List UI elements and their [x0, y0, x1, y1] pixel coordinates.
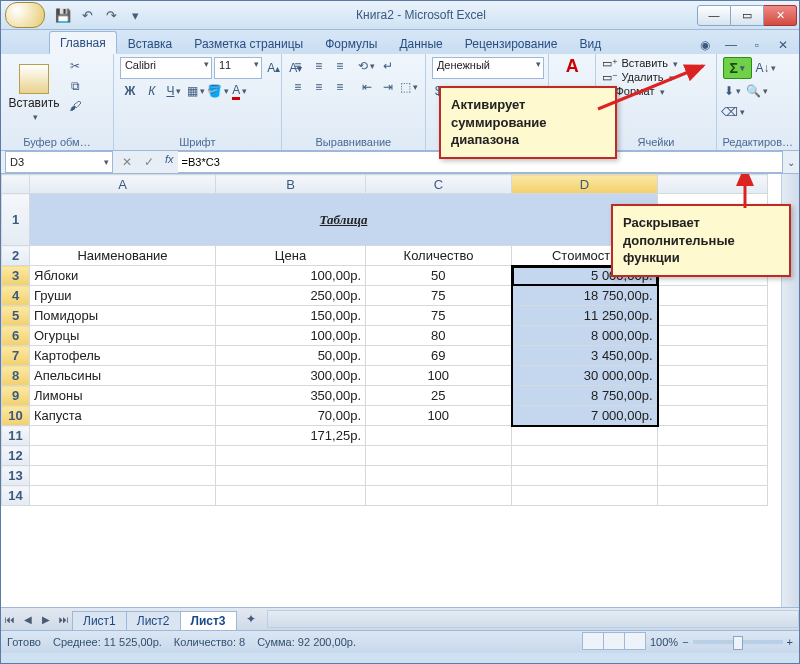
cell[interactable]: [658, 406, 768, 426]
cell[interactable]: Яблоки: [30, 266, 216, 286]
cell[interactable]: 7 000,00р.: [512, 406, 658, 426]
cell[interactable]: [658, 366, 768, 386]
qat-menu-icon[interactable]: ▾: [125, 6, 145, 24]
orientation-icon[interactable]: ⟲▾: [357, 57, 377, 75]
cancel-icon[interactable]: ✕: [117, 153, 137, 171]
zoom-in-icon[interactable]: +: [787, 636, 793, 648]
cell[interactable]: Наименование: [30, 246, 216, 266]
cell[interactable]: Огурцы: [30, 326, 216, 346]
find-icon[interactable]: 🔍▾: [747, 82, 767, 100]
row-header[interactable]: 4: [2, 286, 30, 306]
cell[interactable]: [366, 486, 512, 506]
cell[interactable]: [512, 446, 658, 466]
sheet-tab-3[interactable]: Лист3: [180, 611, 237, 630]
cell[interactable]: [30, 486, 216, 506]
cell[interactable]: Груши: [30, 286, 216, 306]
wrap-text-icon[interactable]: ↵: [378, 57, 398, 75]
font-name-combo[interactable]: Calibri: [120, 57, 212, 79]
min-ribbon-icon[interactable]: —: [721, 36, 741, 54]
indent-dec-icon[interactable]: ⇤: [357, 78, 377, 96]
copy-icon[interactable]: ⧉: [65, 77, 85, 95]
col-header-A[interactable]: A: [30, 175, 216, 194]
cell[interactable]: Капуста: [30, 406, 216, 426]
cell[interactable]: [658, 446, 768, 466]
fill-color-icon[interactable]: 🪣▾: [208, 82, 228, 100]
fill-icon[interactable]: ⬇▾: [723, 82, 743, 100]
tab-insert[interactable]: Вставка: [117, 32, 184, 54]
cell[interactable]: 18 750,00р.: [512, 286, 658, 306]
bold-icon[interactable]: Ж: [120, 82, 140, 100]
cell[interactable]: [30, 426, 216, 446]
cell[interactable]: 75: [366, 286, 512, 306]
cell[interactable]: 70,00р.: [216, 406, 366, 426]
number-format-combo[interactable]: Денежный: [432, 57, 544, 79]
table-title-cell[interactable]: Таблица: [30, 194, 658, 246]
tab-page-layout[interactable]: Разметка страницы: [183, 32, 314, 54]
border-icon[interactable]: ▦▾: [186, 82, 206, 100]
row-header[interactable]: 13: [2, 466, 30, 486]
cell[interactable]: 171,25р.: [216, 426, 366, 446]
align-left-icon[interactable]: ≡: [288, 78, 308, 96]
horizontal-scrollbar[interactable]: [267, 610, 799, 628]
tab-home[interactable]: Главная: [49, 31, 117, 54]
cell[interactable]: [658, 466, 768, 486]
cell[interactable]: 8 000,00р.: [512, 326, 658, 346]
tab-view[interactable]: Вид: [568, 32, 612, 54]
row-header[interactable]: 2: [2, 246, 30, 266]
cell[interactable]: 11 250,00р.: [512, 306, 658, 326]
tab-last-icon[interactable]: ⏭: [55, 614, 73, 625]
cell[interactable]: [216, 446, 366, 466]
cell[interactable]: 25: [366, 386, 512, 406]
cell[interactable]: [658, 346, 768, 366]
cell[interactable]: [216, 466, 366, 486]
sheet-tab-1[interactable]: Лист1: [72, 611, 127, 630]
italic-icon[interactable]: К: [142, 82, 162, 100]
font-size-combo[interactable]: 11: [214, 57, 262, 79]
cell[interactable]: [30, 466, 216, 486]
indent-inc-icon[interactable]: ⇥: [378, 78, 398, 96]
cell[interactable]: Цена: [216, 246, 366, 266]
row-header[interactable]: 9: [2, 386, 30, 406]
undo-icon[interactable]: ↶: [77, 6, 97, 24]
cell[interactable]: [658, 306, 768, 326]
cell[interactable]: 80: [366, 326, 512, 346]
tab-data[interactable]: Данные: [388, 32, 453, 54]
cell[interactable]: 69: [366, 346, 512, 366]
col-header-D[interactable]: D: [512, 175, 658, 194]
cell[interactable]: [30, 446, 216, 466]
zoom-level[interactable]: 100%: [650, 636, 678, 648]
format-painter-icon[interactable]: 🖌: [65, 97, 85, 115]
align-right-icon[interactable]: ≡: [330, 78, 350, 96]
paste-button[interactable]: Вставить ▾: [7, 57, 61, 129]
cell[interactable]: [658, 486, 768, 506]
cut-icon[interactable]: ✂: [65, 57, 85, 75]
tab-first-icon[interactable]: ⏮: [1, 614, 19, 625]
row-header[interactable]: 8: [2, 366, 30, 386]
autosum-dropdown-icon[interactable]: ▾: [740, 63, 745, 73]
close-doc-icon[interactable]: ✕: [773, 36, 793, 54]
row-header[interactable]: 10: [2, 406, 30, 426]
cell[interactable]: 75: [366, 306, 512, 326]
close-button[interactable]: ✕: [764, 5, 797, 26]
cell[interactable]: Лимоны: [30, 386, 216, 406]
cell[interactable]: 300,00р.: [216, 366, 366, 386]
autosum-button[interactable]: Σ▾: [723, 57, 752, 79]
cell[interactable]: [512, 466, 658, 486]
cells-delete-button[interactable]: ▭⁻ Удалить ▾: [602, 71, 673, 84]
cell[interactable]: [658, 426, 768, 446]
cell[interactable]: 50: [366, 266, 512, 286]
cell[interactable]: 350,00р.: [216, 386, 366, 406]
cell[interactable]: [658, 326, 768, 346]
enter-icon[interactable]: ✓: [139, 153, 159, 171]
cell[interactable]: 3 450,00р.: [512, 346, 658, 366]
office-button[interactable]: [5, 2, 45, 28]
cell[interactable]: 8 750,00р.: [512, 386, 658, 406]
row-header[interactable]: 1: [2, 194, 30, 246]
tab-formulas[interactable]: Формулы: [314, 32, 388, 54]
paste-dropdown-icon[interactable]: ▾: [33, 112, 38, 122]
cell[interactable]: [216, 486, 366, 506]
grow-font-icon[interactable]: A▴: [264, 59, 284, 77]
cell[interactable]: 250,00р.: [216, 286, 366, 306]
merge-icon[interactable]: ⬚▾: [399, 78, 419, 96]
align-center-icon[interactable]: ≡: [309, 78, 329, 96]
